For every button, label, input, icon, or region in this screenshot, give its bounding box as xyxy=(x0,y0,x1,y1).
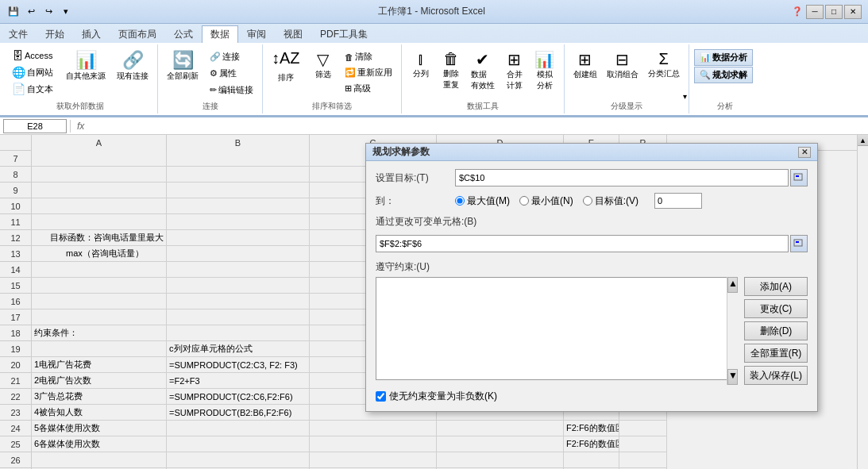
radio-min-item[interactable]: 最小值(N) xyxy=(519,194,573,208)
cell-A25[interactable]: 6各媒体使用次数 xyxy=(32,436,167,452)
tab-home[interactable]: 开始 xyxy=(37,25,73,43)
reapply-button[interactable]: 🔁重新应用 xyxy=(341,65,396,80)
tab-view[interactable]: 视图 xyxy=(275,25,311,43)
cell-B11[interactable] xyxy=(167,214,310,230)
col-header-B[interactable]: B xyxy=(167,135,310,151)
cell-B12[interactable] xyxy=(167,230,310,246)
vertical-scrollbar[interactable]: ▲ ▼ xyxy=(857,135,868,469)
undo-quick-icon[interactable]: ↩ xyxy=(24,5,38,19)
cell-D26[interactable] xyxy=(437,452,564,468)
row-header-14[interactable]: 14 xyxy=(0,262,32,278)
tab-review[interactable]: 审阅 xyxy=(238,25,275,43)
change-button[interactable]: 更改(C) xyxy=(744,299,808,318)
row-header-15[interactable]: 15 xyxy=(0,278,32,294)
cell-B17[interactable] xyxy=(167,309,310,325)
radio-target-item[interactable]: 目标值:(V) xyxy=(583,194,638,208)
cell-R24[interactable] xyxy=(619,421,667,436)
cell-E25[interactable]: F2:F6的数值区域 xyxy=(564,436,619,452)
cell-E26[interactable] xyxy=(564,452,619,468)
cell-B18[interactable] xyxy=(167,325,310,341)
cell-A18[interactable]: 约束条件： xyxy=(32,325,167,341)
cell-B26[interactable] xyxy=(167,452,310,468)
formula-input[interactable] xyxy=(91,119,865,133)
row-header-18[interactable]: 18 xyxy=(0,325,32,341)
cell-B25[interactable] xyxy=(167,436,310,452)
cell-A21[interactable]: 2电视广告次数 xyxy=(32,373,167,389)
row-header-26[interactable]: 26 xyxy=(0,452,32,468)
cell-B10[interactable] xyxy=(167,198,310,214)
cell-A24[interactable]: 5各媒体使用次数 xyxy=(32,421,167,436)
cell-B9[interactable] xyxy=(167,183,310,198)
cell-B7[interactable] xyxy=(167,151,310,167)
radio-min-input[interactable] xyxy=(519,196,529,206)
cell-B21[interactable]: =F2+F3 xyxy=(167,373,310,389)
minimize-button[interactable]: ─ xyxy=(806,5,824,19)
radio-max-item[interactable]: 最大值(M) xyxy=(455,194,510,208)
cell-B15[interactable] xyxy=(167,278,310,294)
row-header-16[interactable]: 16 xyxy=(0,294,32,309)
remove-duplicates-button[interactable]: 🗑 删除重复 xyxy=(437,48,465,93)
save-load-button[interactable]: 装入/保存(L) xyxy=(744,366,808,385)
access-button[interactable]: 🗄 Access xyxy=(8,48,57,63)
text-button[interactable]: 📄 自文本 xyxy=(8,81,57,97)
cell-A12[interactable]: 目标函数：咨询电话量里最大 xyxy=(32,230,167,246)
cell-B16[interactable] xyxy=(167,294,310,309)
scrollbar-up-btn[interactable]: ▲ xyxy=(727,277,738,293)
row-header-11[interactable]: 11 xyxy=(0,214,32,230)
refresh-all-button[interactable]: 🔄 全部刷新 xyxy=(163,48,203,84)
row-header-19[interactable]: 19 xyxy=(0,341,32,357)
clear-button[interactable]: 🗑清除 xyxy=(341,49,396,64)
data-analysis-button[interactable]: 📊数据分析 xyxy=(694,49,753,66)
properties-button[interactable]: ⚙属性 xyxy=(206,66,257,81)
change-cells-input[interactable]: $F$2:$F$6 xyxy=(376,235,789,252)
solver-button[interactable]: 🔍规划求解 xyxy=(694,67,753,83)
cell-B8[interactable] xyxy=(167,167,310,183)
cell-A13[interactable]: max（咨询电话量） xyxy=(32,246,167,262)
row-header-9[interactable]: 9 xyxy=(0,183,32,198)
cell-A7[interactable] xyxy=(32,151,167,167)
cell-A14[interactable] xyxy=(32,262,167,278)
cell-A17[interactable] xyxy=(32,309,167,325)
radio-max-input[interactable] xyxy=(455,196,465,206)
row-header-23[interactable]: 23 xyxy=(0,405,32,421)
cell-B23[interactable]: =SUMPRODUCT(B2:B6,F2:F6) xyxy=(167,405,310,421)
edit-links-button[interactable]: ✏编辑链接 xyxy=(206,83,257,98)
row-header-17[interactable]: 17 xyxy=(0,309,32,325)
cell-R26[interactable] xyxy=(619,452,667,468)
help-icon[interactable]: ❓ xyxy=(790,5,804,19)
nonneg-checkbox[interactable] xyxy=(376,391,386,402)
customize-quick-icon[interactable]: ▾ xyxy=(59,5,73,19)
target-value-input[interactable]: 0 xyxy=(654,193,702,209)
cell-E24[interactable]: F2:F6的数值区域 xyxy=(564,421,619,436)
cell-B24[interactable] xyxy=(167,421,310,436)
subtotal-button[interactable]: Σ 分类汇总 xyxy=(644,48,684,82)
cell-D24[interactable] xyxy=(437,421,564,436)
cell-A15[interactable] xyxy=(32,278,167,294)
constraint-scrollbar[interactable]: ▲ ▼ xyxy=(727,277,738,385)
row-header-25[interactable]: 25 xyxy=(0,436,32,452)
cell-A8[interactable] xyxy=(32,167,167,183)
set-target-input[interactable]: $C$10 xyxy=(455,169,789,186)
cell-B22[interactable]: =SUMPRODUCT(C2:C6,F2:F6) xyxy=(167,389,310,405)
connections-button[interactable]: 🔗连接 xyxy=(206,49,257,64)
cell-A10[interactable] xyxy=(32,198,167,214)
tab-insert[interactable]: 插入 xyxy=(73,25,110,43)
row-header-13[interactable]: 13 xyxy=(0,246,32,262)
cell-A22[interactable]: 3广告总花费 xyxy=(32,389,167,405)
cell-C25[interactable] xyxy=(310,436,437,452)
radio-target-input[interactable] xyxy=(583,196,592,206)
cell-A23[interactable]: 4被告知人数 xyxy=(32,405,167,421)
scrollbar-down-btn[interactable]: ▼ xyxy=(727,369,738,385)
row-header-22[interactable]: 22 xyxy=(0,389,32,405)
scroll-up-button[interactable]: ▲ xyxy=(858,135,868,146)
dialog-close-button[interactable]: ✕ xyxy=(798,147,811,158)
tab-file[interactable]: 文件 xyxy=(0,25,37,43)
tab-pagelayout[interactable]: 页面布局 xyxy=(110,25,165,43)
row-header-20[interactable]: 20 xyxy=(0,357,32,373)
split-column-button[interactable]: ⫿ 分列 xyxy=(407,48,435,82)
filter-button[interactable]: ▽ 筛选 xyxy=(309,48,338,83)
cell-B13[interactable] xyxy=(167,246,310,262)
cell-A9[interactable] xyxy=(32,183,167,198)
tab-formula[interactable]: 公式 xyxy=(165,25,202,43)
cell-A11[interactable] xyxy=(32,214,167,230)
